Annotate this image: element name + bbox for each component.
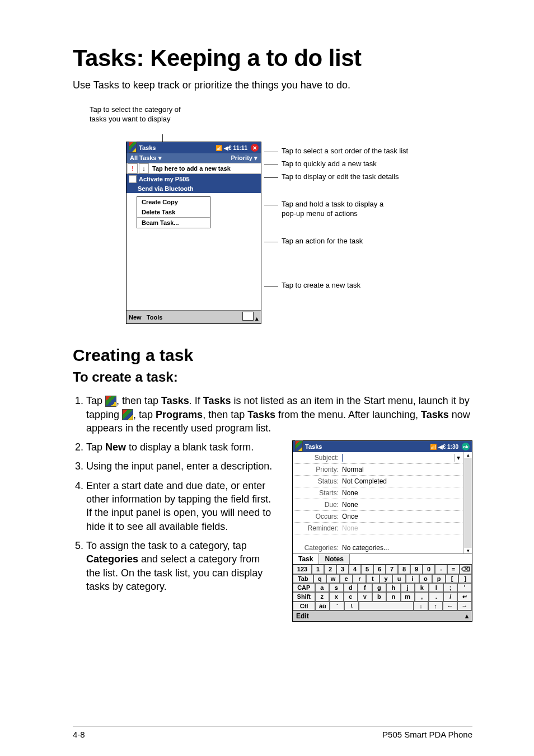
key[interactable]: n [386,592,400,602]
priority-flag-icon[interactable]: ! [128,163,138,173]
key[interactable]: t [366,574,380,583]
sip-up-icon[interactable]: ▴ [255,315,259,322]
key[interactable]: q [313,574,327,583]
device1-empty-area [127,232,261,310]
starts-field[interactable]: None [342,489,462,497]
key[interactable]: Shift [293,592,315,602]
key[interactable]: CAP [293,583,315,592]
menu-create-copy[interactable]: Create Copy [137,197,210,207]
subject-dropdown-icon[interactable]: ▾ [454,454,462,462]
key[interactable]: l [429,583,443,592]
key[interactable]: w [326,574,340,583]
tab-task[interactable]: Task [293,554,319,564]
key[interactable]: a [315,583,329,592]
key[interactable]: s [329,583,343,592]
subject-field[interactable] [342,454,454,462]
key[interactable]: y [380,574,393,583]
key[interactable]: ↑ [428,602,443,611]
sort-arrow-icon[interactable]: ↓ [139,163,149,173]
priority-field[interactable]: Normal [342,466,462,473]
menu-beam-task[interactable]: Beam Task... [137,218,210,228]
key[interactable]: → [457,602,472,611]
key[interactable]: v [358,592,372,602]
key[interactable]: \ [344,602,359,611]
key[interactable]: Ctl [293,602,315,611]
key[interactable] [359,602,414,611]
key[interactable]: ← [443,602,457,611]
key[interactable]: 9 [410,565,423,574]
key[interactable]: ; [443,583,457,592]
ok-icon[interactable]: ok [462,443,470,450]
key[interactable]: p [432,574,446,583]
task-checkbox[interactable] [129,175,137,183]
device1-titlebar[interactable]: Tasks 📶 ◀€ 11:11 ✕ [127,142,261,153]
key[interactable]: z [315,592,329,602]
sort-order-filter[interactable]: Priority ▾ [231,154,257,162]
start-menu-icon[interactable] [295,443,303,450]
key[interactable]: 3 [336,565,349,574]
key[interactable]: , [415,592,429,602]
new-button[interactable]: New [129,314,142,321]
key[interactable]: x [329,592,343,602]
keyboard-icon[interactable] [242,312,254,321]
key[interactable]: ↵ [457,592,471,602]
key[interactable]: f [358,583,372,592]
categories-field[interactable]: No categories... [342,544,462,552]
key[interactable]: 8 [398,565,410,574]
task-row-label: Send via Bluetooth [138,185,194,192]
task-row[interactable]: Send via Bluetooth [127,184,261,193]
key[interactable]: o [419,574,433,583]
key[interactable]: r [353,574,366,583]
key[interactable]: 0 [423,565,435,574]
category-filter[interactable]: All Tasks ▾ [130,154,162,162]
key[interactable]: 7 [386,565,398,574]
soft-keyboard[interactable]: 1231234567890-=⌫ Tabqwertyuiop[] CAPasdf… [293,564,472,611]
key[interactable]: m [401,592,415,602]
key[interactable]: áü [315,602,330,611]
key[interactable]: - [435,565,447,574]
key[interactable]: 1 [312,565,324,574]
task-row-selected[interactable]: Activate my P505 [127,174,261,184]
key[interactable]: c [344,592,358,602]
key[interactable]: = [447,565,460,574]
status-field[interactable]: Not Completed [342,477,462,485]
key[interactable]: ⌫ [460,565,472,574]
key[interactable]: j [401,583,415,592]
key[interactable]: u [392,574,406,583]
device2-titlebar[interactable]: Tasks 📶 ◀€ 1:30 ok [293,441,472,452]
key[interactable]: h [386,583,400,592]
key[interactable]: b [372,592,386,602]
key[interactable]: ` [330,602,344,611]
due-field[interactable]: None [342,501,462,509]
key[interactable]: 4 [349,565,361,574]
key[interactable]: e [340,574,353,583]
scroll-up-icon[interactable]: ▴ [467,452,470,458]
add-task-row[interactable]: ! ↓ Tap here to add a new task [127,163,261,174]
close-icon[interactable]: ✕ [251,144,259,152]
scroll-down-icon[interactable]: ▾ [467,548,470,553]
menu-delete-task[interactable]: Delete Task [137,207,210,217]
tools-menu[interactable]: Tools [147,314,163,321]
key[interactable]: ↓ [414,602,428,611]
key[interactable]: g [372,583,386,592]
key[interactable]: [ [446,574,459,583]
key[interactable]: 5 [361,565,373,574]
reminder-field[interactable]: None [342,524,462,532]
sip-up-icon[interactable]: ▴ [465,612,469,620]
tab-notes[interactable]: Notes [319,554,349,564]
key[interactable]: 6 [373,565,386,574]
key[interactable]: k [415,583,429,592]
key[interactable]: d [344,583,358,592]
key[interactable]: 2 [324,565,336,574]
edit-menu[interactable]: Edit [296,612,309,620]
key[interactable]: / [443,592,457,602]
key[interactable]: ] [458,574,472,583]
key[interactable]: ' [457,583,471,592]
start-menu-icon[interactable] [129,144,137,152]
key[interactable]: 123 [293,565,312,574]
key[interactable]: Tab [293,574,313,583]
occurs-field[interactable]: Once [342,513,462,520]
due-label: Due: [294,501,342,509]
key[interactable]: i [406,574,419,583]
key[interactable]: . [429,592,443,602]
